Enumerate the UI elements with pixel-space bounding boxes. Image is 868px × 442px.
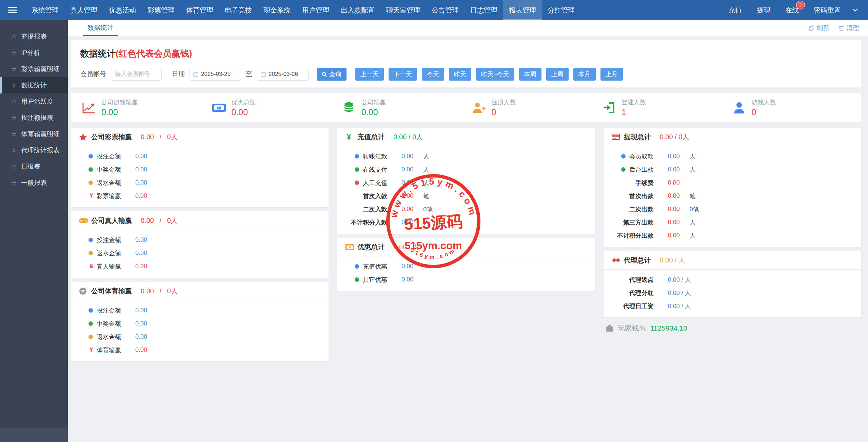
stat-label: 公司游戏输赢 xyxy=(101,98,138,106)
nav-menu-item[interactable]: 聊天室管理 xyxy=(380,0,426,20)
card-row: 代理日工资 0.00 / 人 xyxy=(604,299,861,313)
credit-card-icon xyxy=(612,133,622,140)
sidebar-item[interactable]: ☆ IP分析 xyxy=(0,45,68,61)
row-value: 0.00 xyxy=(668,179,689,186)
quick-date-buttons: 上一天下一天今天昨天昨天~今天本周上周本月上月 xyxy=(355,68,623,81)
row-label: 手续费 xyxy=(635,179,654,187)
online-count-badge: 2 xyxy=(796,1,805,9)
quick-date-button[interactable]: 下一天 xyxy=(389,68,417,81)
card-title: 优惠总计 xyxy=(357,243,384,252)
row-value: 0.00 xyxy=(135,263,156,270)
row-dot xyxy=(88,154,93,159)
card-row: ¥真人输赢 0.00 xyxy=(71,260,329,273)
wallet-value: 1125934.10 xyxy=(650,324,687,332)
quick-date-button[interactable]: 今天 xyxy=(422,68,444,81)
card-row: 人工充值 0.00 人 xyxy=(337,176,595,189)
quick-date-button[interactable]: 昨天 xyxy=(449,68,471,81)
card-title: 公司真人输赢 xyxy=(91,216,132,225)
quick-date-button[interactable]: 上月 xyxy=(600,68,623,81)
sidebar-item-label: 体育输赢明细 xyxy=(21,130,60,139)
sidebar-item[interactable]: ☆ 数据统计 xyxy=(0,77,68,93)
row-value: 0.00 xyxy=(668,153,689,160)
quick-date-button[interactable]: 本周 xyxy=(519,68,541,81)
sidebar-item[interactable]: ☆ 彩票输赢明细 xyxy=(0,61,68,77)
main-content: 数据统计 刷新 清理 数据统计(红色代表会员赢钱) 会员帐号 日期 xyxy=(68,20,868,442)
card-row: 会员取款 0.00 人 xyxy=(604,150,861,163)
cards-column-withdraw: 提现总计 0.00 / 0人 会员取款 0.00 人 xyxy=(604,128,861,333)
member-account-input[interactable] xyxy=(111,68,162,81)
nav-menu-item[interactable]: 出入款配置 xyxy=(335,0,380,20)
clear-button[interactable]: 清理 xyxy=(839,24,859,33)
nav-menu-item[interactable]: 彩票管理 xyxy=(142,0,180,20)
nav-menu-item[interactable]: 体育管理 xyxy=(180,0,219,20)
nav-menu-item[interactable]: 公告管理 xyxy=(426,0,465,20)
card-title: 充值总计 xyxy=(357,132,384,142)
card-total: 0.00 / 人 xyxy=(393,243,419,252)
date-label: 日期 xyxy=(172,70,185,79)
row-label: 在线支付 xyxy=(363,166,387,174)
stat-item: 游戏人数 0 xyxy=(731,98,862,117)
report-cards: 公司彩票输赢 0.00 / 0人 投注金额 0.00 中奖金额 xyxy=(71,128,861,361)
row-label: 人工充值 xyxy=(363,179,387,187)
refresh-button[interactable]: 刷新 xyxy=(808,24,829,33)
row-dot xyxy=(88,308,93,313)
stat-card: 公司彩票输赢 0.00 / 0人 投注金额 0.00 中奖金额 xyxy=(71,128,329,207)
banknote-blue-icon: 0 xyxy=(211,102,227,113)
row-value: 0.00 / 人 xyxy=(668,289,691,297)
navbar-action[interactable]: 提现 xyxy=(757,6,770,15)
sidebar-item-label: IP分析 xyxy=(21,48,40,57)
row-dot xyxy=(355,154,359,159)
nav-menu-item[interactable]: 用户管理 xyxy=(296,0,335,20)
trash-icon xyxy=(839,25,844,31)
sidebar-item-label: 彩票输赢明细 xyxy=(21,65,60,73)
navbar-action[interactable]: 充值 xyxy=(728,6,742,15)
star-icon: ☆ xyxy=(11,163,17,170)
row-dot xyxy=(621,167,626,172)
sidebar-item[interactable]: ☆ 一般报表 xyxy=(0,175,68,191)
card-row: 返水金额 0.00 xyxy=(71,330,329,343)
query-button[interactable]: 查询 xyxy=(317,68,347,81)
navbar-action[interactable]: 在线 2 xyxy=(785,6,799,15)
nav-menu-item[interactable]: 分红管理 xyxy=(542,0,580,20)
sidebar-item-label: 充提报表 xyxy=(21,32,47,41)
quick-date-button[interactable]: 上一天 xyxy=(355,68,384,81)
card-row: 第三方出款 0.00 人 xyxy=(604,216,861,229)
quick-date-button[interactable]: 本月 xyxy=(573,68,596,81)
row-unit: 人 xyxy=(423,218,429,227)
nav-menu-item[interactable]: 优惠活动 xyxy=(103,0,142,20)
card-row: 首次出款 0.00 笔 xyxy=(604,189,861,203)
row-label: 体育输赢 xyxy=(97,346,121,354)
hamburger-menu-icon[interactable] xyxy=(8,7,17,14)
date-from-input[interactable]: 2025-03-25 xyxy=(190,68,241,81)
sidebar-item[interactable]: ☆ 体育输赢明细 xyxy=(0,126,68,142)
quick-date-button[interactable]: 昨天~今天 xyxy=(476,68,514,81)
nav-menu-item[interactable]: 现金系统 xyxy=(258,0,296,20)
star-icon: ☆ xyxy=(11,98,17,105)
row-unit: 人 xyxy=(423,166,429,174)
chevron-down-icon[interactable] xyxy=(852,8,858,12)
date-to-input[interactable]: 2025-03-26 xyxy=(257,68,309,81)
card-row: 转账汇款 0.00 人 xyxy=(337,150,595,163)
nav-menu-item[interactable]: 真人管理 xyxy=(64,0,103,20)
nav-menu-item[interactable]: 日志管理 xyxy=(465,0,503,20)
sidebar-item-label: 投注额报表 xyxy=(21,113,53,122)
row-label: 代理日工资 xyxy=(623,302,654,310)
tab-data-statistics[interactable]: 数据统计 xyxy=(83,20,118,36)
row-value: 0.00 xyxy=(668,206,689,213)
card-row: 手续费 0.00 xyxy=(604,176,861,189)
sidebar-item[interactable]: ☆ 代理统计报表 xyxy=(0,142,68,159)
quick-date-button[interactable]: 上周 xyxy=(546,68,569,81)
sidebar-item[interactable]: ☆ 投注额报表 xyxy=(0,110,68,126)
sidebar-item[interactable]: ☆ 充提报表 xyxy=(0,28,68,45)
nav-menu-item[interactable]: 报表管理 xyxy=(503,0,542,20)
page-title: 数据统计(红色代表会员赢钱) xyxy=(80,48,852,60)
sidebar-item[interactable]: ☆ 用户活跃度 xyxy=(0,93,68,110)
nav-menu-item[interactable]: 电子竞技 xyxy=(219,0,258,20)
navbar-action[interactable]: 密码重置 xyxy=(814,6,841,15)
account-label: 会员帐号 xyxy=(80,70,106,79)
tab-actions: 刷新 清理 xyxy=(808,20,868,36)
row-label: 二次入款 xyxy=(363,205,387,213)
row-label: 其它优惠 xyxy=(363,276,387,284)
sidebar-item[interactable]: ☆ 日报表 xyxy=(0,159,68,175)
nav-menu-item[interactable]: 系统管理 xyxy=(26,0,64,20)
